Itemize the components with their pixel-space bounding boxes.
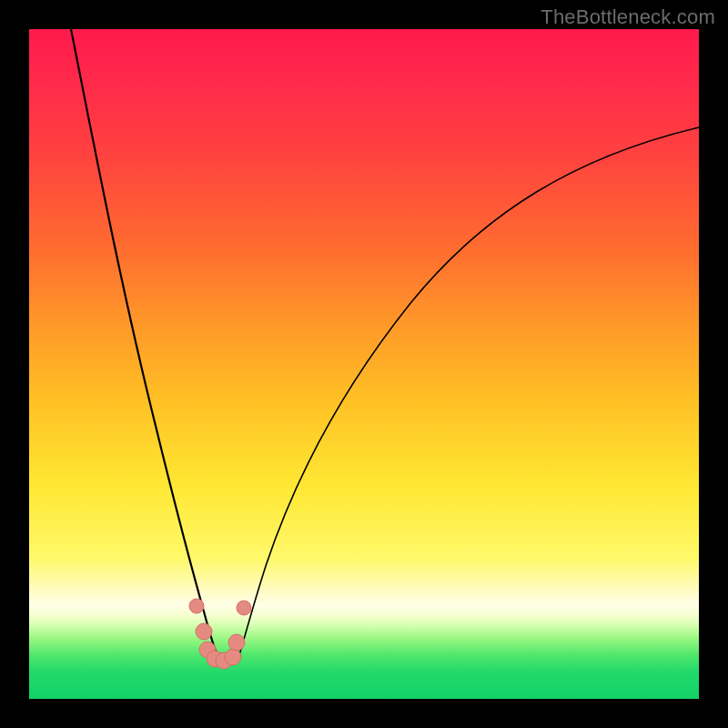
- valley-marker: [237, 601, 251, 615]
- valley-marker: [228, 634, 245, 651]
- left-curve: [71, 29, 218, 658]
- watermark-text: TheBottleneck.com: [541, 5, 715, 29]
- curve-layer: [29, 29, 699, 699]
- valley-marker: [189, 599, 204, 613]
- chart-frame: TheBottleneck.com: [0, 0, 728, 728]
- valley-marker: [225, 649, 241, 665]
- plot-area: [29, 29, 699, 699]
- valley-marker: [196, 623, 212, 640]
- right-curve: [238, 127, 699, 658]
